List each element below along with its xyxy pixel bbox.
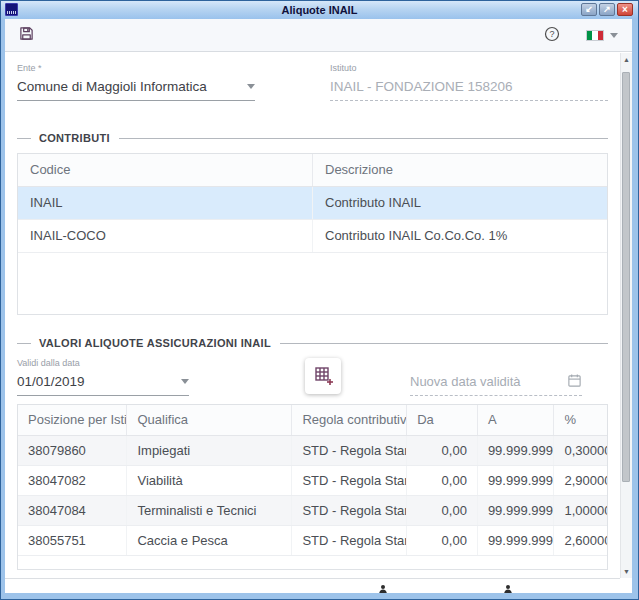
table-cell: 38047084: [18, 495, 127, 525]
header-form: Ente * Comune di Maggioli Informatica Is…: [17, 63, 608, 101]
chevron-down-icon: [610, 33, 618, 38]
column-header: A: [477, 405, 554, 435]
table-cell: Impiegati: [127, 435, 292, 465]
close-button[interactable]: ×: [617, 3, 633, 16]
ente-value: Comune di Maggioli Informatica: [17, 79, 207, 94]
window-body: ? Ente * Comune di Maggioli Informatica: [5, 19, 632, 593]
column-header: Da: [407, 405, 478, 435]
table-cell: 99.999.999,00: [477, 495, 554, 525]
table-cell: 1,00000: [554, 495, 607, 525]
help-button[interactable]: ?: [542, 24, 562, 47]
valid-from-select[interactable]: Validi dalla data 01/01/2019: [17, 358, 189, 396]
table-cell: 99.999.999,00: [477, 465, 554, 495]
validity-controls: Validi dalla data 01/01/2019: [17, 358, 608, 396]
save-button[interactable]: [17, 24, 36, 46]
table-cell: STD - Regola Standard: [292, 525, 407, 555]
svg-text:?: ?: [549, 29, 554, 39]
new-date-field: [410, 358, 582, 396]
table-cell: 0,00: [407, 465, 478, 495]
valori-legend-text: VALORI ALIQUOTE ASSICURAZIONI INAIL: [39, 337, 271, 349]
valori-section-legend: VALORI ALIQUOTE ASSICURAZIONI INAIL: [17, 336, 608, 350]
ente-label: Ente *: [17, 63, 255, 75]
table-row[interactable]: 38055751Caccia e PescaSTD - Regola Stand…: [18, 525, 607, 555]
table-cell: 0,30000: [554, 435, 607, 465]
table-cell: STD - Regola Standard: [292, 435, 407, 465]
ente-select[interactable]: Ente * Comune di Maggioli Informatica: [17, 63, 255, 101]
help-circle-icon: ?: [544, 26, 560, 45]
contributi-legend-text: CONTRIBUTI: [39, 132, 110, 144]
istituto-label: Istituto: [330, 63, 608, 75]
vertical-scrollbar[interactable]: ▲ ▼: [620, 53, 632, 578]
calendar-icon[interactable]: [567, 373, 582, 391]
valid-from-label: Validi dalla data: [17, 358, 189, 370]
column-header: Regola contributiva: [292, 405, 407, 435]
restore-button[interactable]: ↙: [581, 3, 597, 16]
table-row[interactable]: INAILContributo INAIL: [18, 186, 607, 219]
table-cell: Contributo INAIL: [313, 186, 608, 219]
table-cell: 99.999.999,00: [477, 525, 554, 555]
scroll-down-icon[interactable]: ▼: [621, 565, 632, 578]
valid-from-value: 01/01/2019: [17, 374, 85, 389]
table-cell: INAIL-COCO: [18, 219, 313, 252]
window-title: Aliquote INAIL: [1, 4, 638, 16]
language-selector[interactable]: [584, 28, 620, 43]
scrollbar-thumb[interactable]: [622, 72, 630, 482]
status-footer: [5, 578, 620, 593]
column-header: %: [554, 405, 607, 435]
valori-table: Posizione per IstitutoQualificaRegola co…: [17, 404, 608, 570]
legend-rule: [119, 138, 608, 139]
contributi-section-legend: CONTRIBUTI: [17, 131, 608, 145]
contributi-table: CodiceDescrizione INAILContributo INAILI…: [17, 153, 608, 315]
person-icon: [378, 581, 388, 593]
app-icon: [5, 3, 18, 16]
column-header: Posizione per Istituto: [18, 405, 127, 435]
table-cell: 2,90000: [554, 465, 607, 495]
table-cell: Viabilità: [127, 465, 292, 495]
titlebar[interactable]: Aliquote INAIL ↙ ↗ ×: [1, 1, 638, 19]
legend-rule: [280, 343, 608, 344]
italian-flag-icon: [586, 30, 604, 41]
table-cell: 2,60000: [554, 525, 607, 555]
table-cell: 0,00: [407, 525, 478, 555]
new-date-input[interactable]: [410, 374, 550, 389]
table-cell: 0,00: [407, 435, 478, 465]
istituto-value: INAIL - FONDAZIONE 158206: [330, 79, 513, 94]
scroll-up-icon[interactable]: ▲: [621, 53, 632, 66]
table-row[interactable]: 38079860ImpiegatiSTD - Regola Standard0,…: [18, 435, 607, 465]
table-add-icon: [313, 365, 333, 388]
table-cell: Contributo INAIL Co.Co.Co. 1%: [313, 219, 608, 252]
valori-header-row: Posizione per IstitutoQualificaRegola co…: [18, 405, 607, 435]
window: Aliquote INAIL ↙ ↗ ×: [0, 0, 639, 600]
table-cell: 99.999.999,00: [477, 435, 554, 465]
contributi-rows: INAILContributo INAILINAIL-COCOContribut…: [18, 186, 607, 252]
chevron-down-icon: [247, 84, 255, 89]
chevron-down-icon: [181, 379, 189, 384]
table-cell: 0,00: [407, 495, 478, 525]
table-cell: STD - Regola Standard: [292, 495, 407, 525]
toolbar: ?: [5, 19, 632, 52]
table-cell: Terminalisti e Tecnici: [127, 495, 292, 525]
table-row[interactable]: 38047084Terminalisti e TecniciSTD - Rego…: [18, 495, 607, 525]
maximize-button[interactable]: ↗: [599, 3, 615, 16]
person-icon: [503, 581, 513, 593]
column-header: Qualifica: [127, 405, 292, 435]
table-cell: 38047082: [18, 465, 127, 495]
table-cell: INAIL: [18, 186, 313, 219]
table-cell: 38079860: [18, 435, 127, 465]
table-cell: STD - Regola Standard: [292, 465, 407, 495]
table-row[interactable]: INAIL-COCOContributo INAIL Co.Co.Co. 1%: [18, 219, 607, 252]
column-header: Descrizione: [313, 154, 608, 186]
main-content: Ente * Comune di Maggioli Informatica Is…: [5, 53, 620, 578]
table-row[interactable]: 38047082ViabilitàSTD - Regola Standard0,…: [18, 465, 607, 495]
valori-rows: 38079860ImpiegatiSTD - Regola Standard0,…: [18, 435, 607, 555]
new-rates-grid-button[interactable]: [305, 358, 341, 394]
istituto-field: Istituto INAIL - FONDAZIONE 158206: [330, 63, 608, 101]
contributi-header-row: CodiceDescrizione: [18, 154, 607, 186]
window-controls: ↙ ↗ ×: [581, 3, 633, 16]
floppy-disk-icon: [19, 26, 34, 44]
table-cell: Caccia e Pesca: [127, 525, 292, 555]
table-cell: 38055751: [18, 525, 127, 555]
column-header: Codice: [18, 154, 313, 186]
